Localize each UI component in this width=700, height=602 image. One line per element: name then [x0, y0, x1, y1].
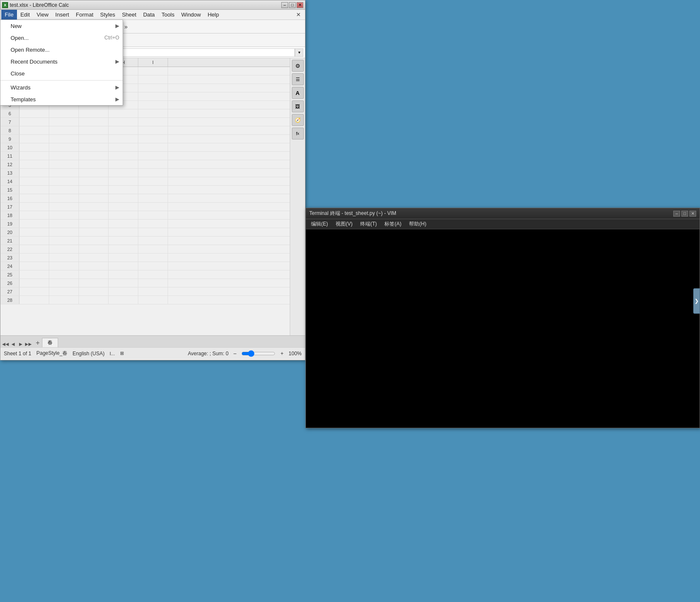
grid-cell[interactable] [20, 160, 49, 168]
grid-cell[interactable] [79, 203, 109, 211]
grid-cell[interactable] [109, 126, 138, 134]
grid-cell[interactable] [79, 254, 109, 262]
grid-cell[interactable] [138, 254, 168, 262]
grid-cell[interactable] [49, 160, 79, 168]
grid-cell[interactable] [49, 220, 79, 228]
menu-sheet[interactable]: Sheet [118, 10, 140, 20]
grid-cell[interactable] [138, 177, 168, 185]
grid-cell[interactable] [79, 143, 109, 151]
grid-cell[interactable] [20, 220, 49, 228]
grid-cell[interactable] [138, 126, 168, 134]
sidebar-properties-button[interactable]: ⚙ [292, 60, 304, 72]
add-sheet-button[interactable]: + [34, 339, 42, 347]
grid-cell[interactable] [79, 109, 109, 117]
grid-cell[interactable] [79, 237, 109, 245]
grid-cell[interactable] [138, 169, 168, 177]
grid-cell[interactable] [49, 203, 79, 211]
panel-toggle-button[interactable]: ❯ [693, 288, 700, 314]
grid-cell[interactable] [49, 143, 79, 151]
grid-cell[interactable] [20, 262, 49, 270]
sidebar-navigator-button[interactable]: 🧭 [292, 114, 304, 126]
grid-cell[interactable] [138, 296, 168, 304]
grid-cell[interactable] [79, 169, 109, 177]
grid-cell[interactable] [109, 211, 138, 219]
grid-cell[interactable] [79, 211, 109, 219]
grid-cell[interactable] [49, 118, 79, 126]
grid-cell[interactable] [49, 262, 79, 270]
tab-next-button[interactable]: ▶ [17, 340, 24, 347]
grid-cell[interactable] [109, 160, 138, 168]
grid-cell[interactable] [49, 135, 79, 143]
menu-item-close[interactable]: Close [0, 67, 123, 79]
grid-cell[interactable] [109, 152, 138, 160]
grid-cell[interactable] [79, 177, 109, 185]
grid-cell[interactable] [138, 135, 168, 143]
menu-close-button[interactable]: ✕ [293, 11, 304, 19]
grid-cell[interactable] [109, 177, 138, 185]
menu-file[interactable]: File [1, 10, 17, 20]
term-close-button[interactable]: ✕ [689, 211, 696, 217]
grid-cell[interactable] [20, 186, 49, 194]
menu-item-templates[interactable]: Templates▶ [0, 93, 123, 105]
grid-cell[interactable] [49, 169, 79, 177]
grid-cell[interactable] [79, 245, 109, 253]
zoom-in-button[interactable]: + [280, 351, 283, 357]
grid-cell[interactable] [20, 143, 49, 151]
grid-cell[interactable] [109, 237, 138, 245]
grid-cell[interactable] [138, 109, 168, 117]
tab-first-button[interactable]: ◀◀ [2, 340, 9, 347]
grid-cell[interactable] [138, 262, 168, 270]
grid-cell[interactable] [20, 109, 49, 117]
grid-cell[interactable] [20, 177, 49, 185]
term-view-menu[interactable]: 视图(V) [332, 220, 356, 229]
menu-item-wizards[interactable]: Wizards▶ [0, 81, 123, 93]
zoom-slider[interactable] [241, 351, 275, 356]
menu-tools[interactable]: Tools [158, 10, 178, 20]
formula-dropdown[interactable]: ▾ [295, 48, 303, 57]
grid-cell[interactable] [138, 92, 168, 100]
grid-cell[interactable] [109, 186, 138, 194]
grid-cell[interactable] [109, 279, 138, 287]
sidebar-text-button[interactable]: A [292, 87, 304, 99]
grid-cell[interactable] [109, 270, 138, 279]
grid-cell[interactable] [109, 245, 138, 253]
grid-cell[interactable] [138, 84, 168, 92]
grid-cell[interactable] [109, 109, 138, 117]
grid-cell[interactable] [109, 118, 138, 126]
grid-cell[interactable] [138, 220, 168, 228]
menu-data[interactable]: Data [140, 10, 158, 20]
tab-prev-button[interactable]: ◀ [10, 340, 17, 347]
term-minimize-button[interactable]: – [673, 211, 680, 217]
grid-cell[interactable] [49, 152, 79, 160]
grid-cell[interactable] [79, 296, 109, 304]
grid-cell[interactable] [79, 160, 109, 168]
grid-cell[interactable] [49, 296, 79, 304]
grid-cell[interactable] [79, 118, 109, 126]
term-terminal-menu[interactable]: 终端(T) [357, 220, 380, 229]
grid-cell[interactable] [138, 67, 168, 75]
term-maximize-button[interactable]: □ [681, 211, 688, 217]
grid-cell[interactable] [49, 186, 79, 194]
menu-item-open-remote-[interactable]: Open Remote... [0, 44, 123, 56]
grid-cell[interactable] [20, 118, 49, 126]
grid-cell[interactable] [109, 296, 138, 304]
grid-cell[interactable] [20, 203, 49, 211]
grid-cell[interactable] [49, 228, 79, 236]
grid-cell[interactable] [49, 254, 79, 262]
grid-cell[interactable] [138, 101, 168, 109]
grid-cell[interactable] [138, 237, 168, 245]
grid-cell[interactable] [79, 186, 109, 194]
grid-cell[interactable] [138, 245, 168, 253]
grid-cell[interactable] [109, 203, 138, 211]
close-button[interactable]: ✕ [297, 2, 303, 8]
grid-cell[interactable] [20, 126, 49, 134]
menu-view[interactable]: View [33, 10, 52, 20]
tab-last-button[interactable]: ▶▶ [25, 340, 32, 347]
grid-cell[interactable] [49, 109, 79, 117]
menu-format[interactable]: Format [73, 10, 97, 20]
grid-cell[interactable] [138, 194, 168, 202]
grid-cell[interactable] [79, 287, 109, 295]
grid-cell[interactable] [20, 169, 49, 177]
menu-item-open-[interactable]: Open...Ctrl+O [0, 32, 123, 44]
grid-cell[interactable] [138, 152, 168, 160]
